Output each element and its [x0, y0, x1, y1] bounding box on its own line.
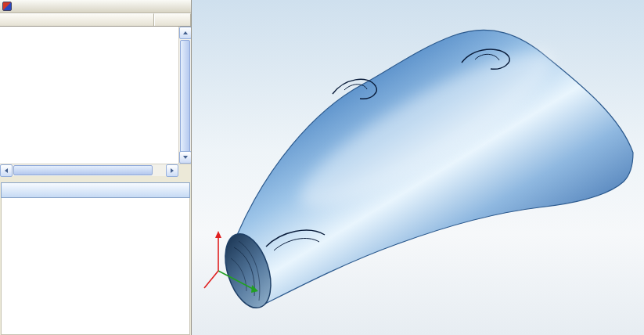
- model-body-surface[interactable]: [232, 30, 633, 307]
- scroll-up-button[interactable]: [179, 27, 191, 39]
- dependencies-content-area: [1, 198, 190, 335]
- right-arrow-icon: [171, 168, 176, 173]
- graphics-canvas: [192, 0, 643, 335]
- panel-divider-strip: [0, 176, 191, 182]
- up-arrow-icon: [183, 29, 188, 34]
- down-arrow-icon: [183, 156, 188, 161]
- scroll-down-button[interactable]: [179, 151, 191, 164]
- part-navigator-icon: [2, 2, 12, 11]
- dependencies-section-header[interactable]: [1, 182, 190, 198]
- tree-column-headers: [0, 13, 191, 27]
- cad-application-window: [0, 0, 644, 335]
- vertical-scrollbar-thumb[interactable]: [180, 40, 190, 164]
- scroll-left-button[interactable]: [0, 164, 13, 177]
- part-navigator-titlebar[interactable]: [0, 0, 191, 13]
- horizontal-scrollbar[interactable]: [0, 164, 191, 176]
- tree: [0, 27, 178, 164]
- horizontal-scrollbar-thumb[interactable]: [13, 165, 153, 175]
- column-header-name[interactable]: [0, 13, 154, 26]
- column-header-layer[interactable]: [154, 13, 191, 26]
- scroll-right-button[interactable]: [166, 164, 178, 177]
- scrollbar-corner: [178, 164, 191, 177]
- feature-tree-area: [0, 27, 191, 164]
- vertical-scrollbar[interactable]: [178, 27, 191, 164]
- viewport-3d[interactable]: [192, 0, 644, 335]
- left-arrow-icon: [2, 168, 8, 173]
- part-navigator-panel: [0, 0, 192, 335]
